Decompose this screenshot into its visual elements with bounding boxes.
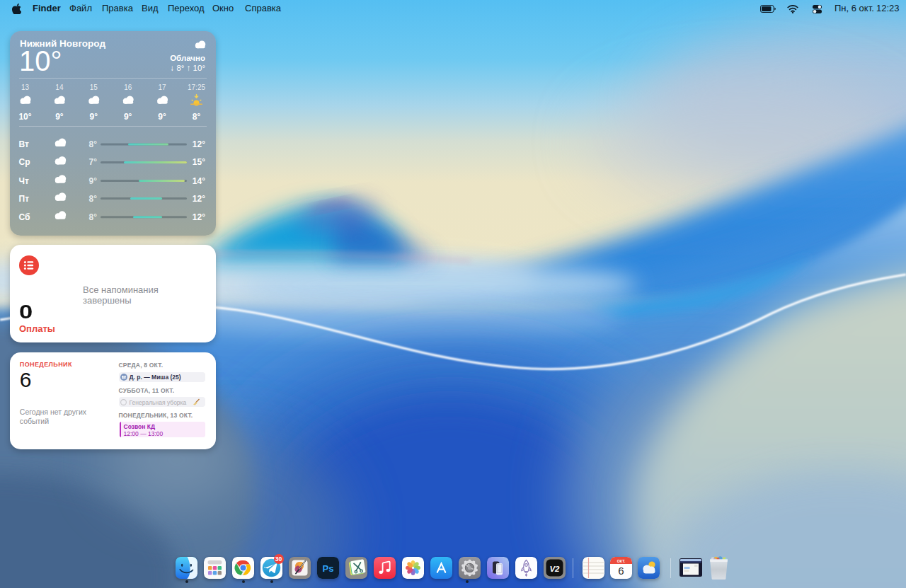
- svg-text:7°: 7°: [89, 157, 98, 167]
- svg-text:Ps: Ps: [323, 563, 334, 574]
- svg-text:9°: 9°: [89, 176, 98, 186]
- svg-text:8°: 8°: [89, 212, 98, 222]
- svg-text:ОКТ.: ОКТ.: [617, 559, 625, 563]
- svg-text:Пт: Пт: [19, 194, 30, 204]
- svg-text:8°: 8°: [89, 194, 98, 204]
- svg-text:15°: 15°: [193, 157, 205, 167]
- svg-text:Чт: Чт: [19, 176, 29, 186]
- svg-text:12°: 12°: [193, 139, 205, 149]
- svg-text:Ср: Ср: [19, 157, 30, 167]
- svg-text:12°: 12°: [193, 212, 205, 222]
- svg-text:Сб: Сб: [19, 212, 30, 222]
- svg-text:14°: 14°: [193, 176, 205, 186]
- svg-text:8°: 8°: [89, 139, 98, 149]
- svg-text:12°: 12°: [193, 194, 205, 204]
- svg-text:V2: V2: [549, 565, 560, 573]
- svg-text:Вт: Вт: [19, 139, 30, 149]
- svg-text:6: 6: [618, 565, 624, 577]
